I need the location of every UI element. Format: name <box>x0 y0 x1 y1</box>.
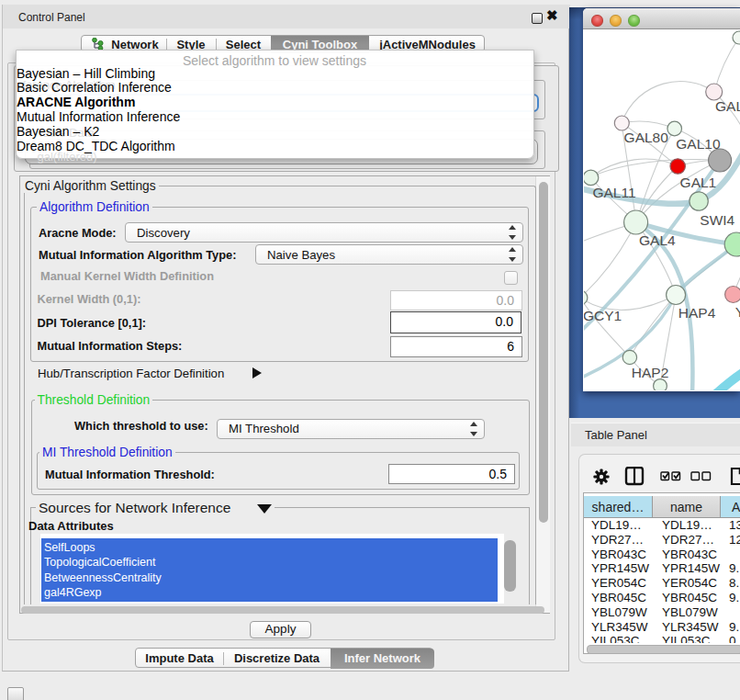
svg-text:GAL4: GAL4 <box>639 232 676 248</box>
svg-text:HAP2: HAP2 <box>632 365 669 380</box>
svg-text:GAL80: GAL80 <box>624 130 669 145</box>
svg-text:GAL: GAL <box>715 98 740 114</box>
svg-text:SWI4: SWI4 <box>700 212 734 228</box>
svg-text:GCY1: GCY1 <box>584 308 622 323</box>
svg-text:GAL11: GAL11 <box>592 185 635 200</box>
svg-text:GAL1: GAL1 <box>680 175 717 190</box>
svg-text:HAP4: HAP4 <box>678 305 716 321</box>
svg-text:GAL10: GAL10 <box>676 136 721 152</box>
svg-text:Y: Y <box>735 304 740 320</box>
